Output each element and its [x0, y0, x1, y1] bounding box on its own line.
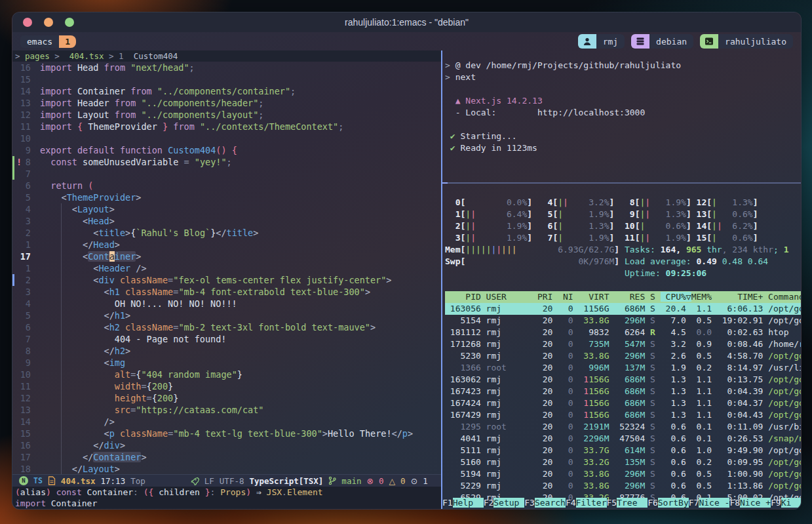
process-row[interactable]: 163056 rmj 20 0 1156G 686M S 20.4 1.1 6:…: [445, 303, 801, 315]
fringe: [31, 132, 40, 144]
warning-count[interactable]: 0: [400, 476, 406, 486]
fkey-f4[interactable]: F4: [566, 498, 576, 508]
process-row[interactable]: 5194 rmj 20 0 33.8G 296M S 0.6 0.5 1:00.…: [445, 468, 801, 480]
code-text: height={200}: [40, 392, 178, 404]
code-line[interactable]: 6 <h2 className="mb-2 text-3xl font-bold…: [12, 321, 441, 333]
process-row[interactable]: 1295 root 20 0 2191M 52324 S 0.6 0.1 0:1…: [445, 421, 801, 433]
code-line[interactable]: 9export default function Custom404() {: [12, 144, 441, 156]
process-row[interactable]: 5154 rmj 20 0 33.8G 296M S 7.0 0.5 19:02…: [445, 315, 801, 327]
process-table-header[interactable]: PID USER PRI NI VIRT RES S CPU%▽MEM% TIM…: [445, 291, 801, 303]
fkey-f8[interactable]: F8: [729, 498, 740, 508]
code-line[interactable]: 10: [12, 132, 441, 144]
fringe: [31, 203, 40, 215]
code-line[interactable]: 5 </h1>: [12, 310, 441, 321]
code-line[interactable]: 15: [12, 73, 441, 85]
code-line[interactable]: 6 return (: [12, 180, 441, 191]
code-line[interactable]: 17 <Container>: [12, 251, 441, 262]
code-line[interactable]: 14 />: [12, 416, 441, 428]
fkey-action-f2[interactable]: Setup: [493, 498, 524, 508]
info-count[interactable]: 1: [423, 476, 428, 486]
tmux-session-name: emacs: [20, 35, 59, 48]
fkey-action-f3[interactable]: Search: [535, 498, 566, 508]
fkey-f5[interactable]: F5: [607, 498, 617, 508]
code-line[interactable]: 3 <Head>: [12, 215, 441, 227]
fkey-action-f1[interactable]: Help: [453, 498, 484, 508]
htop-pane[interactable]: 0[ 0.0%] 4[|| 3.2%] 8[|| 1.9%] 12[| 1.3%…: [442, 184, 801, 509]
process-row[interactable]: 4041 rmj 20 0 2296M 47504 S 0.6 0.1 0:26…: [445, 433, 801, 445]
code-line[interactable]: 13 src="https://cataas.com/cat": [12, 404, 441, 416]
code-line[interactable]: 12import Layout from "../components/layo…: [12, 109, 441, 121]
uptime-row: Uptime: 09:25:06: [445, 268, 801, 279]
window-titlebar[interactable]: rahuljuliato:1:emacs - "debian": [12, 12, 801, 32]
code-line[interactable]: 2 <div className="fex-ol tems-center fle…: [12, 274, 441, 286]
code-editor[interactable]: 16import Head from "next/head";1514impor…: [12, 62, 441, 474]
code-text: </Layout>: [40, 463, 120, 474]
code-line[interactable]: 2 <title>{`Rahul's Blog`}</title>: [12, 227, 441, 239]
process-row[interactable]: 1366 root 20 0 996M 137M S 1.9 0.2 8:14.…: [445, 362, 801, 374]
fkey-action-f8[interactable]: Nice +: [740, 498, 771, 508]
process-row[interactable]: 5230 rmj 20 0 33.8G 296M S 2.6 0.5 4:58.…: [445, 350, 801, 362]
fkey-f2[interactable]: F2: [484, 498, 494, 508]
process-row[interactable]: 167429 rmj 20 0 1156G 686M S 1.3 1.1 0:0…: [445, 409, 801, 421]
error-count[interactable]: 0: [379, 476, 384, 486]
code-line[interactable]: 8 </h2>: [12, 345, 441, 357]
process-row[interactable]: 5160 rmj 20 0 33.2G 135M S 0.6 0.2 0:09.…: [445, 456, 801, 468]
code-line[interactable]: 13import Header from "../components/head…: [12, 97, 441, 109]
code-line[interactable]: 16import Head from "next/head";: [12, 62, 441, 73]
fkey-action-f4[interactable]: Filter: [576, 498, 607, 508]
process-row[interactable]: 163062 rmj 20 0 1156G 686M S 1.3 1.1 0:1…: [445, 374, 801, 386]
process-row[interactable]: 167423 rmj 20 0 1156G 686M S 1.3 1.1 0:0…: [445, 386, 801, 397]
code-line[interactable]: 16 </div>: [12, 439, 441, 451]
code-line[interactable]: 17 </Container>: [12, 451, 441, 463]
code-line[interactable]: 15 <p className="mb-4 text-lg text-blue-…: [12, 428, 441, 439]
code-text: </h1>: [40, 310, 130, 321]
code-line[interactable]: 14import Container from "../components/c…: [12, 85, 441, 97]
code-text: import { ThemeProvider } from "../contex…: [40, 121, 343, 132]
line-number: 10: [12, 132, 31, 144]
fkey-f6[interactable]: F6: [648, 498, 658, 508]
line-number: 7: [12, 168, 31, 180]
fkey-action-f7[interactable]: Nice -: [699, 498, 729, 508]
nextjs-terminal-pane[interactable]: > @ dev /home/rmj/Projects/github/rahulj…: [442, 50, 801, 182]
code-line[interactable]: 9 <img: [12, 357, 441, 369]
fkey-f9[interactable]: F9: [771, 498, 781, 508]
code-line[interactable]: 11import { ThemeProvider } from "../cont…: [12, 121, 441, 132]
line-number: 14: [12, 416, 31, 428]
process-row[interactable]: 181112 rmj 20 0 9832 6264 R 4.5 0.0 0:02…: [445, 327, 801, 338]
code-line[interactable]: 10 alt={"404 random image"}: [12, 369, 441, 380]
code-text: import Head from "next/head";: [40, 62, 195, 73]
git-branch-name[interactable]: main: [341, 476, 361, 486]
terminal-icon: [700, 34, 718, 49]
emacs-pane[interactable]: > pages > 404.tsx > 1 Custom404 16import…: [12, 50, 441, 509]
fkey-action-f6[interactable]: SortBy: [658, 498, 689, 508]
code-line[interactable]: !8 const someUnusedVariable = "yey!";: [12, 156, 441, 168]
code-line[interactable]: 5 <ThemeProvider>: [12, 191, 441, 203]
code-line[interactable]: 18 </Layout>: [12, 463, 441, 474]
process-row[interactable]: 5229 rmj 20 0 33.8G 296M S 0.6 0.5 1:13.…: [445, 480, 801, 492]
code-line[interactable]: 1 <Header />: [12, 262, 441, 274]
code-line[interactable]: 12 height={200}: [12, 392, 441, 404]
fringe: [31, 451, 40, 463]
code-text: 404 - Page not found!: [40, 333, 226, 345]
code-line[interactable]: 11 width={200}: [12, 380, 441, 392]
process-row[interactable]: 167424 rmj 20 0 1156G 686M S 1.3 1.1 0:0…: [445, 397, 801, 409]
fkey-f1[interactable]: F1: [442, 498, 453, 508]
process-row[interactable]: 171268 rmj 20 0 735M 547M S 3.2 0.9 0:08…: [445, 338, 801, 350]
fkey-action-f9[interactable]: Ki: [781, 498, 801, 508]
fkey-action-f5[interactable]: Tree: [617, 498, 648, 508]
fkey-f7[interactable]: F7: [689, 498, 699, 508]
code-line[interactable]: 7 404 - Page not found!: [12, 333, 441, 345]
code-text: </Container>: [40, 451, 147, 463]
tmux-window-tab[interactable]: emacs 1: [20, 35, 76, 48]
major-mode[interactable]: TypeScript[TSX]: [249, 476, 323, 486]
fringe: [31, 298, 40, 310]
code-line[interactable]: 7: [12, 168, 441, 180]
fkey-f3[interactable]: F3: [524, 498, 535, 508]
process-row[interactable]: 5111 rmj 20 0 33.7G 614M S 0.6 1.0 9:49.…: [445, 445, 801, 456]
code-line[interactable]: 1 </Head>: [12, 239, 441, 251]
code-line[interactable]: 4 <Layout>: [12, 203, 441, 215]
code-line[interactable]: 4 OH NO!... NO! NO! NO!!!: [12, 298, 441, 310]
fringe: [31, 144, 40, 156]
code-line[interactable]: 3 <h1 className="mb-4 font-extrabold tex…: [12, 286, 441, 298]
fringe: [31, 274, 40, 286]
